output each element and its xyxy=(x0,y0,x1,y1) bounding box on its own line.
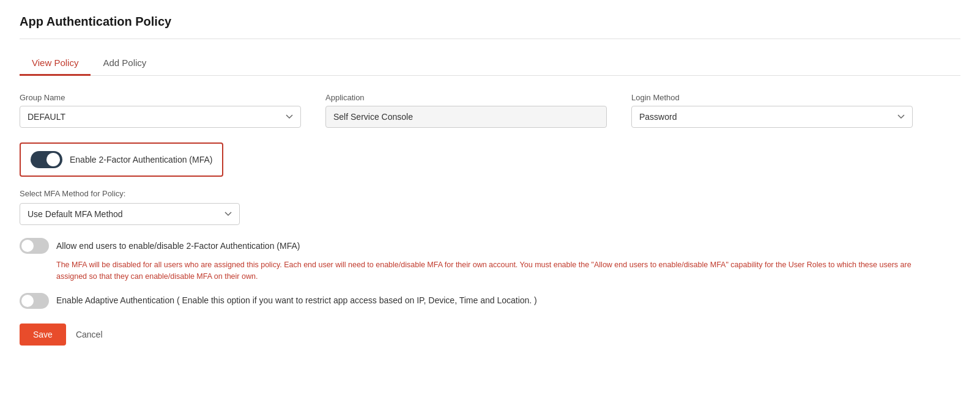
mfa-toggle-slider xyxy=(31,151,62,168)
end-user-mfa-label: Allow end users to enable/disable 2-Fact… xyxy=(56,237,300,254)
page-container: App Authentication Policy View Policy Ad… xyxy=(0,0,980,360)
application-input xyxy=(325,106,607,128)
adaptive-auth-row: Enable Adaptive Authentication ( Enable … xyxy=(20,292,960,309)
form-row-main: Group Name DEFAULT Application Login Met… xyxy=(20,93,960,128)
tab-add-policy[interactable]: Add Policy xyxy=(91,51,158,76)
adaptive-auth-slider xyxy=(20,293,49,309)
mfa-method-label: Select MFA Method for Policy: xyxy=(20,189,240,198)
mfa-toggle-section: Enable 2-Factor Authentication (MFA) xyxy=(20,142,223,177)
mfa-method-select[interactable]: Use Default MFA Method xyxy=(20,203,240,225)
tabs-bar: View Policy Add Policy xyxy=(20,51,960,76)
end-user-mfa-warning: The MFA will be disabled for all users w… xyxy=(56,259,913,283)
end-user-mfa-slider xyxy=(20,238,49,254)
adaptive-auth-toggle[interactable] xyxy=(20,293,49,309)
action-row: Save Cancel xyxy=(20,324,960,346)
group-name-select[interactable]: DEFAULT xyxy=(20,106,301,128)
login-method-label: Login Method xyxy=(631,93,913,102)
adaptive-auth-label: Enable Adaptive Authentication ( Enable … xyxy=(56,295,537,305)
end-user-mfa-row: Allow end users to enable/disable 2-Fact… xyxy=(20,237,960,254)
tab-view-policy[interactable]: View Policy xyxy=(20,51,91,76)
application-label: Application xyxy=(325,93,607,102)
login-method-field: Login Method Password xyxy=(631,93,913,128)
group-name-field: Group Name DEFAULT xyxy=(20,93,301,128)
save-button[interactable]: Save xyxy=(20,324,66,346)
mfa-toggle[interactable] xyxy=(31,151,62,168)
divider xyxy=(20,39,960,39)
end-user-mfa-toggle[interactable] xyxy=(20,238,49,254)
application-field: Application xyxy=(325,93,607,128)
cancel-button[interactable]: Cancel xyxy=(76,330,103,339)
mfa-method-wrap: Select MFA Method for Policy: Use Defaul… xyxy=(20,189,240,225)
page-title: App Authentication Policy xyxy=(20,15,960,29)
group-name-label: Group Name xyxy=(20,93,301,102)
login-method-select[interactable]: Password xyxy=(631,106,913,128)
mfa-toggle-label: Enable 2-Factor Authentication (MFA) xyxy=(70,155,212,165)
